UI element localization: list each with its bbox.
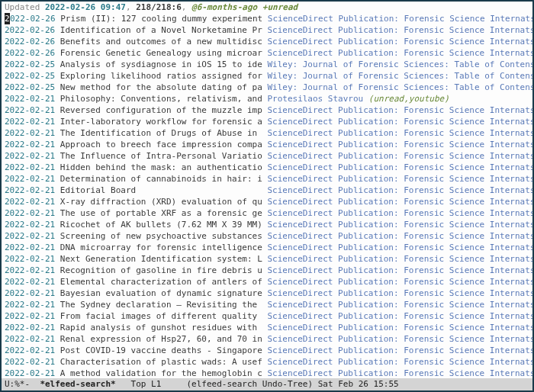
entry-feed: ScienceDirect Publication: Forensic Scie…	[267, 311, 532, 321]
elfeed-entry[interactable]: 2022-02-21 Inter-laboratory workflow for…	[2, 116, 532, 127]
header-query: @6-months-ago +unread	[191, 2, 298, 12]
elfeed-entry[interactable]: 2022-02-25 Exploring likelihood ratios a…	[2, 70, 532, 82]
elfeed-entry[interactable]: 2022-02-21 Screening of new psychoactive…	[2, 230, 532, 242]
header-sep1: ,	[126, 2, 136, 12]
entry-date: 2022-02-25	[5, 82, 55, 92]
entry-date: 2022-02-21	[5, 208, 55, 218]
entry-feed: ScienceDirect Publication: Forensic Scie…	[267, 220, 532, 230]
entry-title: Forensic Genetic Genealogy using microar	[60, 48, 268, 58]
entry-feed: ScienceDirect Publication: Forensic Scie…	[267, 128, 532, 138]
elfeed-entry[interactable]: 2022-02-21 Editorial Board ScienceDirect…	[2, 185, 532, 196]
entry-feed: ScienceDirect Publication: Forensic Scie…	[267, 174, 532, 184]
elfeed-entry[interactable]: 2022-02-26 Benefits and outcomes of a ne…	[2, 36, 532, 47]
elfeed-entry[interactable]: 2022-02-21 X-ray diffraction (XRD) evalu…	[2, 196, 532, 207]
entry-date: 2022-02-21	[5, 243, 55, 252]
entry-date: 2022-02-21	[5, 231, 55, 241]
entry-date: 2022-02-21	[5, 174, 55, 184]
entry-feed: ScienceDirect Publication: Forensic Scie…	[267, 357, 532, 367]
elfeed-entry[interactable]: 2022-02-21 Recognition of gasoline in fi…	[2, 265, 532, 276]
entry-title: Hidden behind the mask: an authenticatio	[60, 162, 268, 172]
modeline-status: U:%*-	[5, 379, 30, 389]
entry-title: Screening of new psychoactive substances	[60, 231, 268, 241]
entry-feed: ScienceDirect Publication: Forensic Scie…	[268, 14, 532, 24]
elfeed-entry[interactable]: 2022-02-21 Approach to breech face impre…	[2, 139, 532, 150]
elfeed-entry[interactable]: 2022-02-21 The use of portable XRF as a …	[2, 207, 532, 219]
elfeed-entry[interactable]: 2022-02-21 Reversed configuration of the…	[2, 104, 532, 116]
mode-line: U:%*- *elfeed-search* Top L1 (elfeed-sea…	[2, 378, 532, 390]
entry-feed: ScienceDirect Publication: Forensic Scie…	[267, 334, 532, 344]
entry-feed: Protesilaos Stavrou	[267, 94, 363, 104]
elfeed-entry[interactable]: 2022-02-25 New method for the absolute d…	[2, 82, 532, 93]
entry-feed: Wiley: Journal of Forensic Sciences: Tab…	[267, 59, 532, 69]
elfeed-entry[interactable]: 2022-02-21 Next Generation Identificatio…	[2, 253, 532, 265]
entry-tags: (unread,youtube)	[363, 94, 449, 104]
entry-date: 2022-02-21	[5, 254, 55, 264]
elfeed-entry-list[interactable]: 2022-02-26 Prism (II): 127 cooling dummy…	[2, 13, 532, 378]
entry-date: 2022-02-21	[5, 311, 55, 321]
elfeed-entry[interactable]: 2022-02-21 Bayesian evaluation of dynami…	[2, 288, 532, 299]
elfeed-entry[interactable]: 2022-02-26 Prism (II): 127 cooling dummy…	[2, 13, 532, 24]
entry-feed: ScienceDirect Publication: Forensic Scie…	[267, 197, 532, 207]
entry-date: 2022-02-21	[5, 94, 55, 104]
cursor: 2	[5, 13, 10, 24]
entry-title: The use of portable XRF as a forensic ge	[60, 208, 268, 218]
elfeed-entry[interactable]: 2022-02-26 Identification of a Novel Nor…	[2, 24, 532, 36]
entry-date: 2022-02-21	[5, 288, 55, 298]
entry-title: New method for the absolute dating of pa	[60, 82, 268, 92]
entry-title: The Influence of Intra-Personal Variatio	[60, 151, 268, 161]
elfeed-entry[interactable]: 2022-02-21 DNA microarray for forensic i…	[2, 242, 532, 253]
entry-title: Renal expression of Hsp27, 60, and 70 in	[60, 334, 268, 344]
entry-title: Philosophy: Conventions, relativism, and	[60, 94, 268, 104]
entry-date: 2022-02-21	[5, 162, 55, 172]
modeline-time: Sat Feb 26 15:55	[318, 379, 399, 389]
elfeed-entry[interactable]: 2022-02-21 A method validation for the h…	[2, 368, 532, 378]
elfeed-entry[interactable]: 2022-02-21 The Influence of Intra-Person…	[2, 150, 532, 162]
entry-date: 2022-02-21	[5, 323, 55, 333]
elfeed-entry[interactable]: 2022-02-21 The Sydney declaration – Revi…	[2, 299, 532, 310]
entry-title: Approach to breech face impression compa	[60, 140, 268, 149]
entry-date: 2022-02-25	[5, 71, 55, 81]
modeline-modes: (elfeed-search Undo-Tree)	[186, 379, 313, 389]
entry-date: 2022-02-21	[5, 105, 55, 115]
elfeed-entry[interactable]: 2022-02-21 Hidden behind the mask: an au…	[2, 162, 532, 173]
header-timestamp: 2022-02-26 09:47	[45, 2, 126, 12]
elfeed-entry[interactable]: 2022-02-21 Rapid analysis of gunshot res…	[2, 322, 532, 333]
elfeed-entry[interactable]: 2022-02-21 Determination of cannabinoids…	[2, 173, 532, 185]
entry-title: Analysis of sysdiagnose in iOS 15 to ide	[60, 59, 268, 69]
entry-date: 2022-02-21	[5, 265, 55, 275]
entry-feed: ScienceDirect Publication: Forensic Scie…	[267, 231, 532, 241]
entry-feed: ScienceDirect Publication: Forensic Scie…	[267, 265, 532, 275]
entry-title: Rapid analysis of gunshot residues with	[60, 323, 268, 333]
entry-date: 2022-02-21	[5, 128, 55, 138]
elfeed-entry[interactable]: 2022-02-21 Post COVID-19 vaccine deaths …	[2, 345, 532, 356]
entry-feed: ScienceDirect Publication: Forensic Scie…	[267, 105, 532, 115]
entry-title: The Identification of Drugs of Abuse in	[60, 128, 268, 138]
entry-title: DNA microarray for forensic intelligence	[60, 243, 268, 252]
entry-date: 2022-02-25	[5, 59, 55, 69]
elfeed-entry[interactable]: 2022-02-21 From facial images of differe…	[2, 310, 532, 322]
elfeed-entry[interactable]: 2022-02-21 Ricochet of AK bullets (7.62 …	[2, 219, 532, 230]
elfeed-entry[interactable]: 2022-02-21 The Identification of Drugs o…	[2, 127, 532, 139]
entry-date: 2022-02-21	[5, 334, 55, 344]
modeline-buffer: *elfeed-search*	[40, 379, 115, 389]
entry-feed: ScienceDirect Publication: Forensic Scie…	[267, 140, 532, 149]
elfeed-entry[interactable]: 2022-02-21 Characterisation of plastic w…	[2, 356, 532, 368]
entry-feed: ScienceDirect Publication: Forensic Scie…	[267, 323, 532, 333]
entry-feed: ScienceDirect Publication: Forensic Scie…	[267, 117, 532, 127]
entry-date: 2022-02-21	[5, 277, 55, 287]
entry-title: Ricochet of AK bullets (7.62 MM X 39 MM)	[60, 220, 268, 230]
entry-feed: Wiley: Journal of Forensic Sciences: Tab…	[267, 71, 532, 81]
elfeed-entry[interactable]: 2022-02-21 Elemental characterization of…	[2, 276, 532, 288]
header-counts: 218/218:6	[136, 2, 182, 12]
elfeed-entry[interactable]: 2022-02-21 Philosophy: Conventions, rela…	[2, 93, 532, 104]
elfeed-entry[interactable]: 2022-02-26 Forensic Genetic Genealogy us…	[2, 47, 532, 59]
entry-date: 2022-02-26	[5, 25, 55, 35]
entry-title: A method validation for the hemoglobin c	[60, 368, 268, 378]
entry-title: Prism (II): 127 cooling dummy experiment	[60, 14, 268, 24]
elfeed-entry[interactable]: 2022-02-25 Analysis of sysdiagnose in iO…	[2, 59, 532, 70]
elfeed-entry[interactable]: 2022-02-21 Renal expression of Hsp27, 60…	[2, 333, 532, 345]
entry-date: 2022-02-21	[5, 220, 55, 230]
entry-feed: ScienceDirect Publication: Forensic Scie…	[267, 277, 532, 287]
entry-date: 022-02-26	[10, 14, 56, 24]
entry-title: Next Generation Identification system: L	[60, 254, 268, 264]
